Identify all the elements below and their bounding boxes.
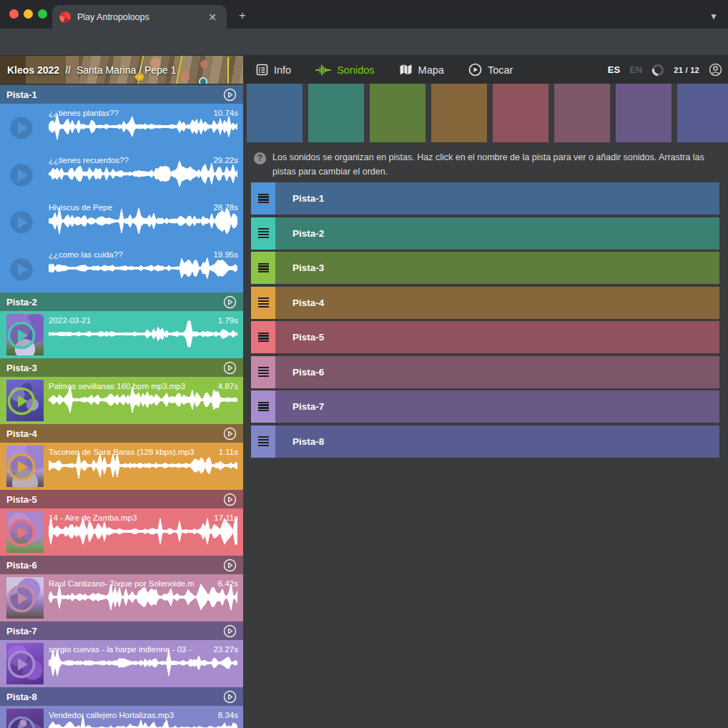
track-header[interactable]: Pista-1 bbox=[0, 85, 243, 104]
tab-search-chevron-icon[interactable]: ▼ bbox=[709, 11, 718, 21]
track-name: Pista-7 bbox=[6, 626, 223, 636]
nav-tab-mapa[interactable]: Mapa bbox=[399, 64, 444, 76]
window-zoom-button[interactable] bbox=[38, 9, 47, 19]
track-play-button[interactable] bbox=[223, 624, 237, 638]
clip-play-button[interactable] bbox=[6, 207, 36, 237]
drag-handle-icon[interactable] bbox=[251, 426, 275, 458]
clip-waveform bbox=[49, 206, 237, 236]
track-play-button[interactable] bbox=[223, 295, 237, 309]
track-header[interactable]: Pista-3 bbox=[0, 358, 243, 377]
clip-play-button[interactable] bbox=[6, 160, 36, 190]
clip-waveform bbox=[49, 648, 237, 678]
window-close-button[interactable] bbox=[9, 9, 19, 19]
clip-play-button[interactable] bbox=[6, 320, 36, 350]
clip-item[interactable]: Hiviscus de Pepe28.78s bbox=[0, 198, 243, 245]
tab-close-icon[interactable]: ✕ bbox=[205, 11, 220, 24]
clip-item[interactable]: Taconeo de Sara Baras (128 kbps).mp31.11… bbox=[0, 443, 243, 490]
nav-tab-sonidos[interactable]: Sonidos bbox=[315, 64, 374, 77]
drag-handle-icon[interactable] bbox=[251, 252, 275, 284]
drag-handle-icon[interactable] bbox=[251, 287, 275, 319]
track-row[interactable]: Pista-2 bbox=[251, 217, 719, 250]
track-row[interactable]: Pista-4 bbox=[251, 287, 719, 319]
new-tab-button[interactable]: + bbox=[236, 9, 249, 22]
track-row[interactable]: Pista-7 bbox=[251, 390, 719, 423]
clip-play-button[interactable] bbox=[6, 113, 36, 143]
clip-item[interactable]: Vendedor callejero Hortalizas.mp38.34s bbox=[0, 706, 243, 728]
clip-item[interactable]: ¿¿tienes recuerdos??29.22s bbox=[0, 151, 243, 198]
play-icon bbox=[223, 427, 237, 441]
language-es[interactable]: ES bbox=[608, 64, 620, 75]
drag-handle-icon[interactable] bbox=[251, 390, 275, 423]
track-header[interactable]: Pista-8 bbox=[0, 687, 243, 706]
track-section: Pista-8Vendedor callejero Hortalizas.mp3… bbox=[0, 687, 243, 728]
clip-play-button[interactable] bbox=[6, 715, 36, 728]
track-row-body[interactable]: Pista-4 bbox=[275, 287, 719, 319]
track-play-button[interactable] bbox=[223, 427, 237, 441]
nav-label: Sonidos bbox=[337, 64, 374, 76]
nav-tab-tocar[interactable]: Tocar bbox=[468, 63, 513, 77]
clip-play-button[interactable] bbox=[6, 386, 36, 416]
track-name: Pista-2 bbox=[6, 297, 223, 308]
track-row-label: Pista-2 bbox=[275, 228, 324, 239]
breadcrumb: Kleos 2022 // Santa Marina / Pepe 1 bbox=[7, 56, 176, 84]
track-play-button[interactable] bbox=[223, 361, 237, 375]
breadcrumb-project[interactable]: Kleos 2022 bbox=[7, 64, 59, 76]
clip-play-button[interactable] bbox=[6, 649, 36, 679]
clip-item[interactable]: ¿¿tienes plantas??10.74s bbox=[0, 104, 243, 151]
drag-handle-icon[interactable] bbox=[251, 356, 275, 388]
track-name: Pista-1 bbox=[6, 89, 223, 100]
track-play-button[interactable] bbox=[223, 559, 237, 572]
drag-handle-icon[interactable] bbox=[251, 182, 275, 215]
clip-item[interactable]: sergio cuevas - la harpe indienne - 03 -… bbox=[0, 640, 243, 687]
clip-play-button[interactable] bbox=[6, 584, 36, 614]
track-row[interactable]: Pista-5 bbox=[251, 321, 719, 353]
track-header[interactable]: Pista-7 bbox=[0, 621, 243, 640]
track-header[interactable]: Pista-2 bbox=[0, 292, 243, 311]
browser-tab-strip: Play Antropoloops ✕ + ▼ bbox=[0, 0, 728, 29]
track-row[interactable]: Pista-8 bbox=[251, 426, 719, 458]
breadcrumb-separator: // bbox=[65, 64, 71, 76]
window-minimize-button[interactable] bbox=[24, 9, 33, 19]
drag-handle-icon[interactable] bbox=[251, 321, 275, 353]
track-play-button[interactable] bbox=[223, 88, 237, 102]
track-row-body[interactable]: Pista-6 bbox=[275, 356, 719, 388]
track-row-body[interactable]: Pista-8 bbox=[275, 426, 719, 458]
browser-tab[interactable]: Play Antropoloops ✕ bbox=[52, 5, 227, 29]
track-header[interactable]: Pista-4 bbox=[0, 424, 243, 443]
track-row-body[interactable]: Pista-5 bbox=[275, 321, 719, 353]
clip-play-button[interactable] bbox=[6, 255, 36, 285]
drag-handle-icon[interactable] bbox=[251, 217, 275, 250]
track-row-body[interactable]: Pista-2 bbox=[275, 217, 719, 250]
clip-waveform bbox=[49, 516, 237, 546]
clip-item[interactable]: Palmas sevillanas 160 bpm mp3.mp34.87s bbox=[0, 377, 243, 424]
track-row-label: Pista-8 bbox=[275, 436, 324, 447]
play-icon bbox=[6, 518, 36, 548]
track-color-swatch bbox=[247, 84, 302, 142]
track-name: Pista-4 bbox=[6, 428, 223, 439]
map-boundary-overlay-2 bbox=[227, 57, 243, 84]
track-play-button[interactable] bbox=[223, 493, 237, 506]
track-color-strip bbox=[247, 84, 728, 142]
language-en[interactable]: EN bbox=[629, 64, 642, 75]
track-name: Pista-3 bbox=[6, 363, 223, 373]
track-color-swatch bbox=[554, 84, 610, 142]
track-row[interactable]: Pista-6 bbox=[251, 356, 719, 388]
clip-item[interactable]: ¿¿como las cuida??19.95s bbox=[0, 245, 243, 292]
nav-tab-info[interactable]: Info bbox=[256, 64, 291, 76]
track-row-body[interactable]: Pista-1 bbox=[275, 182, 719, 215]
play-icon bbox=[223, 361, 237, 375]
track-header[interactable]: Pista-5 bbox=[0, 490, 243, 508]
track-header[interactable]: Pista-6 bbox=[0, 556, 243, 574]
clip-item[interactable]: Raul Cantizano- Toque por Solenoide.mp36… bbox=[0, 574, 243, 621]
account-icon[interactable] bbox=[709, 63, 722, 77]
clip-play-button[interactable] bbox=[6, 452, 36, 482]
browser-toolbar: app.antropoloops.com/Kleos-Santa-Marina/… bbox=[0, 29, 728, 56]
clip-item[interactable]: 14 - Aire de Zamba.mp317.11s bbox=[0, 508, 243, 556]
clip-play-button[interactable] bbox=[6, 518, 36, 548]
track-row[interactable]: Pista-3 bbox=[251, 252, 719, 284]
track-row-body[interactable]: Pista-3 bbox=[275, 252, 719, 284]
clip-item[interactable]: 2022-03-211.79s bbox=[0, 311, 243, 358]
track-row-body[interactable]: Pista-7 bbox=[275, 390, 719, 423]
track-play-button[interactable] bbox=[223, 690, 237, 704]
track-row[interactable]: Pista-1 bbox=[251, 182, 719, 215]
